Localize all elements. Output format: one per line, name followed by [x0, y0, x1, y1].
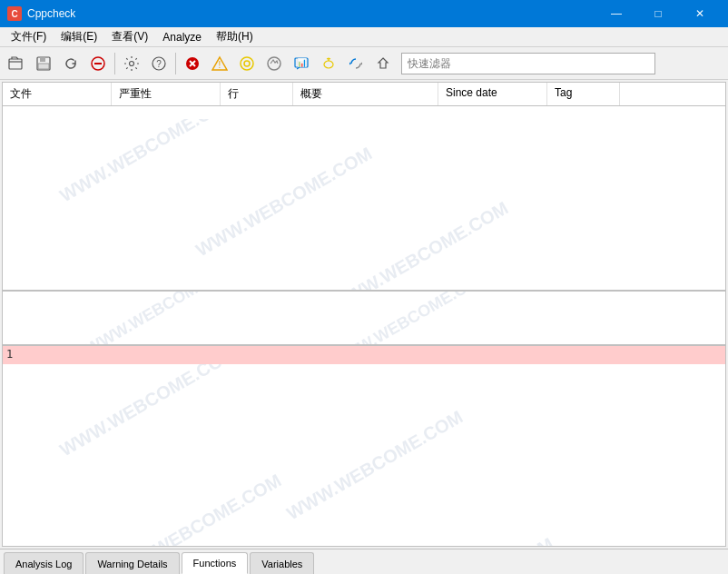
- title-bar: C Cppcheck — □ ✕: [0, 0, 728, 27]
- detail-panel: WWW.WEBCOME.COM WWW.WEBCOME.COM: [3, 292, 725, 346]
- tab-variables[interactable]: Variables: [250, 552, 314, 574]
- warning-filter-button[interactable]: !: [207, 51, 232, 76]
- menu-bar: 文件(F) 编辑(E) 查看(V) Analyze 帮助(H): [0, 27, 728, 47]
- stop-button[interactable]: [85, 51, 111, 76]
- toolbar-separator-2: [175, 53, 176, 74]
- svg-point-14: [241, 57, 253, 70]
- style-filter-button[interactable]: [234, 51, 260, 76]
- unused-filter-button[interactable]: [316, 51, 341, 76]
- svg-rect-0: [9, 59, 22, 69]
- tab-analysis-log[interactable]: Analysis Log: [4, 552, 84, 574]
- window-title: Cppcheck: [27, 7, 75, 20]
- svg-text:📊: 📊: [297, 57, 308, 68]
- col-summary-header: 概要: [293, 83, 438, 105]
- open-button[interactable]: [4, 51, 29, 76]
- toolbar: ? ! 📊: [0, 47, 728, 80]
- table-header: 文件 严重性 行 概要 Since date Tag: [3, 83, 725, 106]
- svg-point-20: [324, 61, 333, 68]
- tab-warning-details[interactable]: Warning Details: [85, 552, 179, 574]
- menu-file[interactable]: 文件(F): [4, 27, 54, 47]
- menu-analyze[interactable]: Analyze: [155, 27, 209, 47]
- information-filter-button[interactable]: 📊: [289, 51, 314, 76]
- reload-button[interactable]: [58, 51, 84, 76]
- toolbar-separator-1: [114, 53, 115, 74]
- col-file-header: 文件: [3, 83, 112, 105]
- svg-point-15: [244, 61, 250, 66]
- svg-point-16: [268, 57, 280, 70]
- svg-text:?: ?: [156, 59, 162, 69]
- bottom-tabs: Analysis Log Warning Details Functions V…: [0, 549, 728, 574]
- tab-functions[interactable]: Functions: [182, 552, 249, 574]
- compat-filter-button[interactable]: [343, 51, 369, 76]
- error-filter-button[interactable]: [180, 51, 205, 76]
- col-tag-header: Tag: [547, 83, 620, 105]
- window-controls: — □ ✕: [595, 0, 721, 27]
- menu-view[interactable]: 查看(V): [104, 27, 155, 47]
- col-line-header: 行: [221, 83, 293, 105]
- maximize-button[interactable]: □: [637, 0, 679, 27]
- app-icon: C: [7, 6, 22, 21]
- svg-rect-2: [40, 57, 45, 62]
- col-since-header: Since date: [438, 83, 547, 105]
- help-button[interactable]: ?: [146, 51, 172, 76]
- filter-input[interactable]: [401, 53, 655, 74]
- svg-point-6: [130, 61, 134, 65]
- settings-button[interactable]: [119, 51, 144, 76]
- svg-text:!: !: [219, 60, 221, 70]
- minimize-button[interactable]: —: [595, 0, 637, 27]
- performance-filter-button[interactable]: [261, 51, 287, 76]
- menu-help[interactable]: 帮助(H): [209, 27, 261, 47]
- portability-filter-button[interactable]: [370, 51, 396, 76]
- results-table-panel: 文件 严重性 行 概要 Since date Tag WWW.WEBCOME.C…: [3, 83, 725, 292]
- menu-edit[interactable]: 编辑(E): [54, 27, 104, 47]
- close-button[interactable]: ✕: [679, 0, 721, 27]
- save-button[interactable]: [31, 51, 56, 76]
- line-number: 1: [6, 348, 13, 361]
- filter-input-wrapper: [401, 53, 655, 74]
- code-panel: 1 WWW.WEBCOME.COM WWW.WEBCOME.COM WWW.WE…: [3, 346, 725, 546]
- col-severity-header: 严重性: [112, 83, 221, 105]
- highlighted-line: [3, 346, 725, 364]
- svg-rect-3: [38, 64, 49, 69]
